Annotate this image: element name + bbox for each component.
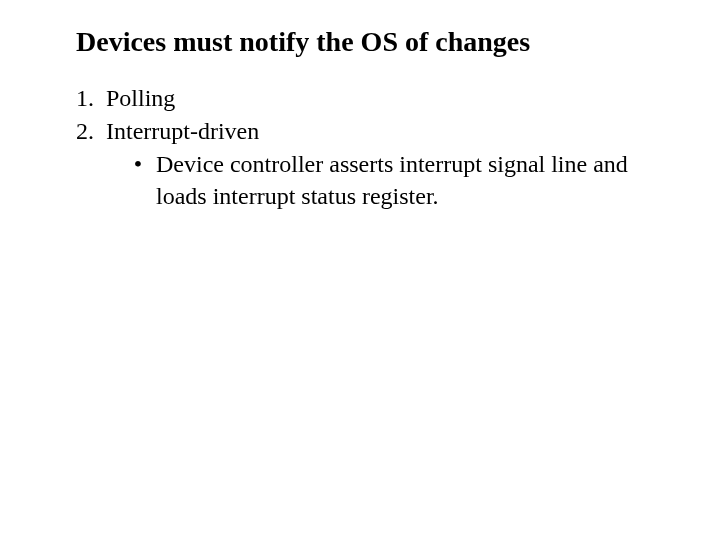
bullet-icon: •: [126, 149, 150, 180]
sub-list-item: • Device controller asserts interrupt si…: [126, 149, 680, 211]
list-item: Interrupt-driven • Device controller ass…: [100, 116, 680, 212]
sub-list: • Device controller asserts interrupt si…: [106, 149, 680, 211]
list-item-text: Polling: [106, 85, 175, 111]
slide-title: Devices must notify the OS of changes: [76, 24, 680, 59]
list-item-text: Interrupt-driven: [106, 118, 259, 144]
numbered-list: Polling Interrupt-driven • Device contro…: [40, 83, 680, 212]
slide: Devices must notify the OS of changes Po…: [0, 0, 720, 540]
list-item: Polling: [100, 83, 680, 114]
sub-list-item-text: Device controller asserts interrupt sign…: [156, 151, 628, 208]
